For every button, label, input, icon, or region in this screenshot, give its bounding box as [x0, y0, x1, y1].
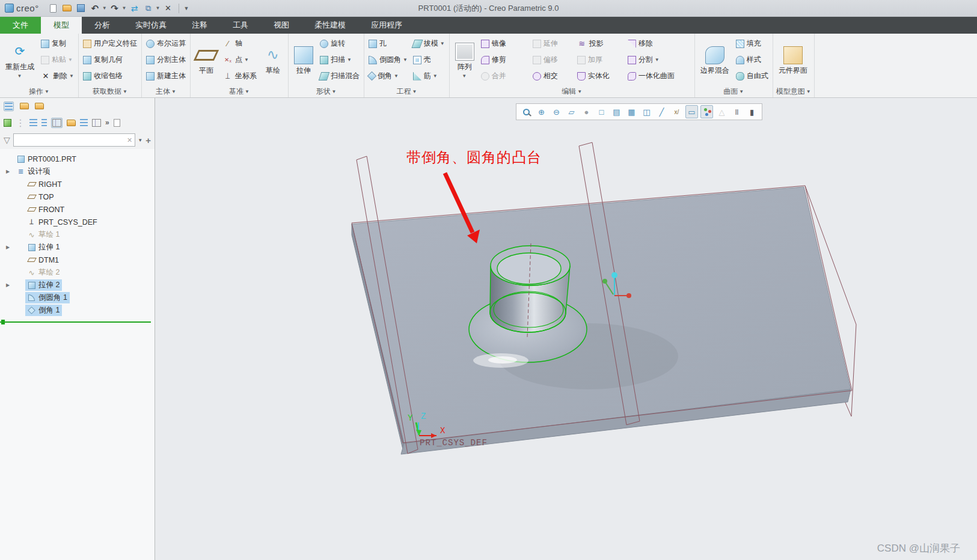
group-label-body[interactable]: 主体▼ [145, 86, 187, 97]
datum-csys-button[interactable]: ⟘坐标系 [222, 68, 258, 84]
draft-button[interactable]: 拔模▼ [412, 35, 446, 52]
regenerate-button[interactable]: ⟳ 重新生成 ▼ [3, 35, 37, 86]
more-tools-button[interactable]: » [105, 118, 109, 127]
window-switch-button[interactable]: ⧉ [142, 2, 155, 14]
shell-button[interactable]: 壳 [412, 52, 446, 68]
annotation-display-button[interactable]: ▭ [685, 105, 698, 118]
udf-button[interactable]: 用户定义特征 [82, 35, 138, 52]
tree-root[interactable]: PRT0001.PRT [0, 153, 155, 165]
datum-point-button[interactable]: ✕ₓ点▼ [222, 52, 258, 68]
base-plate[interactable] [352, 187, 851, 454]
extrude-button[interactable]: 拉伸 [292, 35, 316, 86]
folder-browser-tab[interactable] [20, 103, 29, 109]
unite-surface-button[interactable]: 一体化曲面 [626, 68, 691, 84]
expand-all-button[interactable] [29, 119, 37, 126]
draft-dropdown-arrow[interactable]: ▼ [440, 41, 445, 46]
tree-document-button[interactable] [114, 119, 120, 127]
group-label-surfaces[interactable]: 曲面▼ [698, 86, 770, 97]
hole-button[interactable]: 孔 [367, 35, 409, 52]
copy-button[interactable]: 复制 [40, 35, 75, 52]
tree-item-extrude1[interactable]: ▶ 拉伸 1 [0, 241, 155, 254]
round-dropdown-arrow[interactable]: ▼ [403, 57, 408, 62]
round-button[interactable]: 倒圆角▼ [367, 52, 409, 68]
zoom-fit-button[interactable] [520, 105, 533, 118]
tree-item-chamfer1[interactable]: 倒角 1 [0, 304, 155, 317]
tab-live-simulation[interactable]: 实时仿真 [123, 17, 179, 34]
split-body-button[interactable]: 分割主体 [145, 52, 187, 68]
freestyle-button[interactable]: 自由式 [735, 68, 770, 84]
boundary-blend-button[interactable]: 边界混合 [698, 35, 732, 86]
solidify-button[interactable]: 实体化 [576, 68, 626, 84]
split-button[interactable]: 分割▼ [626, 52, 691, 68]
shrinkwrap-button[interactable]: 收缩包络 [82, 68, 138, 84]
component-interface-button[interactable]: 元件界面 [776, 35, 810, 86]
tab-file[interactable]: 文件 [0, 17, 41, 34]
revolve-button[interactable]: 旋转 [319, 35, 361, 52]
point-dropdown-arrow[interactable]: ▼ [244, 57, 249, 62]
group-label-datum[interactable]: 基准▼ [194, 86, 285, 97]
new-body-button[interactable]: 新建主体 [145, 68, 187, 84]
tree-filter-button[interactable] [80, 119, 88, 126]
boolean-button[interactable]: 布尔运算 [145, 35, 187, 52]
new-file-button[interactable] [47, 2, 60, 14]
rib-dropdown-arrow[interactable]: ▼ [433, 73, 438, 79]
tree-settings-button[interactable] [92, 119, 101, 127]
sweep-dropdown-arrow[interactable]: ▼ [347, 57, 352, 62]
swept-blend-button[interactable]: 扫描混合 [319, 68, 361, 84]
tree-item-design-items[interactable]: ▶ ≣设计项 [0, 165, 155, 178]
tree-folder-button[interactable] [67, 120, 76, 126]
chamfer-button[interactable]: 倒角▼ [367, 68, 409, 84]
tab-applications[interactable]: 应用程序 [358, 17, 415, 34]
zoom-out-button[interactable]: ⊖ [550, 105, 563, 118]
window-dropdown-arrow[interactable]: ▼ [156, 5, 161, 11]
tab-model[interactable]: 模型 [41, 17, 82, 34]
fill-button[interactable]: 填充 [735, 35, 770, 52]
group-label-engineering[interactable]: 工程▼ [367, 86, 446, 97]
remove-button[interactable]: 移除 [626, 35, 691, 52]
redo-dropdown-arrow[interactable]: ▼ [122, 5, 127, 11]
tree-item-extrude2[interactable]: ▶ 拉伸 2 [0, 279, 155, 291]
pattern-button[interactable]: 阵列 ▼ [453, 35, 477, 86]
undo-button[interactable]: ↶ [89, 2, 101, 14]
tree-item-front[interactable]: FRONT [0, 203, 155, 216]
tree-item-sketch2[interactable]: ∿草绘 2 [0, 266, 155, 279]
tab-tools[interactable]: 工具 [220, 17, 261, 34]
regenerate-quick-button[interactable]: ⇄ [129, 2, 141, 14]
copy-geometry-button[interactable]: 复制几何 [82, 52, 138, 68]
regenerate-dropdown-arrow[interactable]: ▼ [17, 73, 22, 79]
saved-views-button[interactable]: ▤ [610, 105, 623, 118]
datum-plane-button[interactable]: 平面 [194, 35, 219, 86]
tree-columns-button[interactable] [51, 118, 63, 128]
chamfer-dropdown-arrow[interactable]: ▼ [394, 73, 399, 79]
redo-button[interactable]: ↷ [109, 2, 121, 14]
group-label-shapes[interactable]: 形状▼ [292, 86, 361, 97]
filter-dropdown-arrow[interactable]: ▼ [138, 138, 142, 143]
style-button[interactable]: 样式 [735, 52, 770, 68]
tree-item-right[interactable]: RIGHT [0, 178, 155, 190]
insertion-indicator[interactable] [0, 321, 151, 323]
delete-button[interactable]: ✕删除▼ [40, 68, 75, 84]
tree-filter-input[interactable] [16, 136, 127, 144]
delete-dropdown-arrow[interactable]: ▼ [69, 73, 74, 79]
zoom-in-button[interactable]: ⊕ [535, 105, 548, 118]
datum-display-filters-button[interactable]: x/ [670, 105, 683, 118]
intersect-button[interactable]: 相交 [531, 68, 576, 84]
clear-filter-icon[interactable]: ✕ [127, 136, 132, 144]
model-tree-tab[interactable] [4, 102, 14, 111]
pause-button[interactable]: ‖ [730, 105, 743, 118]
customize-toolbar-arrow[interactable]: ▼ [183, 5, 189, 11]
pattern-dropdown-arrow[interactable]: ▼ [462, 73, 467, 79]
add-filter-button[interactable]: + [145, 135, 151, 145]
tree-item-round1[interactable]: 倒圆角 1 [0, 291, 155, 304]
expander-icon[interactable]: ▶ [4, 245, 12, 250]
tree-item-dtm1[interactable]: DTM1 [0, 254, 155, 266]
close-window-button[interactable]: ✕ [162, 2, 174, 14]
expander-icon[interactable]: ▶ [4, 282, 12, 288]
datum-axis-button[interactable]: ∕轴 [222, 35, 258, 52]
collapse-all-button[interactable] [41, 119, 47, 126]
show-button[interactable] [4, 119, 11, 127]
tab-annotate[interactable]: 注释 [179, 17, 220, 34]
tree-item-sketch1[interactable]: ∿草绘 1 [0, 228, 155, 241]
split-dropdown-arrow[interactable]: ▼ [655, 57, 660, 62]
sweep-button[interactable]: 扫描▼ [319, 52, 361, 68]
